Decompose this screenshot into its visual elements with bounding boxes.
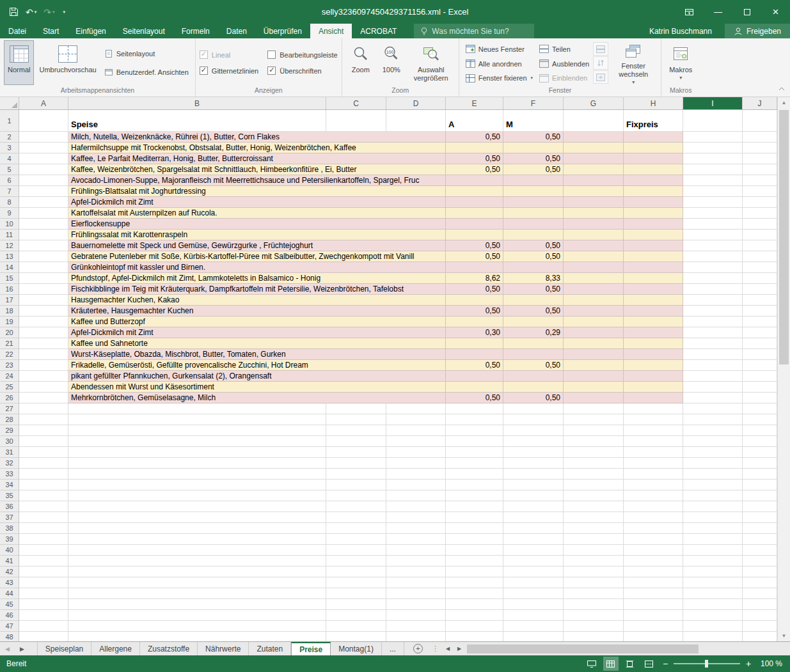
cell[interactable] xyxy=(326,588,386,599)
cell[interactable] xyxy=(683,262,743,273)
cell[interactable] xyxy=(326,567,386,577)
row-header-45[interactable]: 45 xyxy=(0,599,19,610)
cell[interactable] xyxy=(743,599,777,610)
cell[interactable]: 0,50 xyxy=(503,360,564,371)
cell[interactable] xyxy=(624,512,683,523)
cell[interactable] xyxy=(743,208,777,219)
switch-windows-button[interactable]: Fenster wechseln ▾ xyxy=(610,40,657,85)
reset-window-position-button[interactable] xyxy=(593,70,608,84)
cell[interactable] xyxy=(326,469,386,480)
cell[interactable]: 8,62 xyxy=(446,273,503,284)
cell[interactable] xyxy=(743,306,777,316)
headings-checkbox[interactable]: Überschriften xyxy=(267,65,338,77)
cell[interactable]: Kaffee und Butterzopf xyxy=(68,316,446,327)
cell[interactable] xyxy=(624,382,683,393)
cell[interactable] xyxy=(624,262,683,273)
cell[interactable] xyxy=(326,632,386,641)
cell[interactable] xyxy=(446,501,503,512)
sheet-tab-zusatzstoffe[interactable]: Zusatzstoffe xyxy=(140,642,198,655)
cell[interactable] xyxy=(564,382,624,393)
cell[interactable] xyxy=(683,110,743,132)
cell[interactable] xyxy=(503,556,564,567)
cell[interactable] xyxy=(68,480,326,490)
horizontal-scrollbar-track[interactable] xyxy=(466,642,787,656)
cell[interactable] xyxy=(564,512,624,523)
cell[interactable]: Abendessen mit Wurst und Käsesortiment xyxy=(68,382,446,393)
cell[interactable] xyxy=(683,371,743,382)
cell[interactable] xyxy=(624,306,683,316)
menu-tab-seitenlayout[interactable]: Seitenlayout xyxy=(115,24,173,38)
cell[interactable] xyxy=(19,240,68,251)
cell[interactable] xyxy=(503,436,564,447)
cell[interactable] xyxy=(19,338,68,349)
cell[interactable] xyxy=(503,490,564,501)
horizontal-scrollbar[interactable]: ⋮ ◀ ▶ xyxy=(429,642,790,655)
cell[interactable] xyxy=(503,621,564,632)
cell[interactable] xyxy=(683,556,743,567)
cell[interactable] xyxy=(446,403,503,414)
normal-view-button[interactable]: Normal xyxy=(4,40,34,85)
cell[interactable] xyxy=(386,567,446,577)
cell[interactable] xyxy=(446,143,503,153)
cell[interactable] xyxy=(683,251,743,262)
cell[interactable] xyxy=(446,230,503,240)
cell[interactable] xyxy=(743,316,777,327)
undo-dropdown-icon[interactable]: ▾ xyxy=(35,10,37,15)
cell[interactable] xyxy=(19,632,68,641)
cell[interactable] xyxy=(503,262,564,273)
cell[interactable] xyxy=(683,164,743,175)
cell[interactable] xyxy=(743,393,777,403)
cell[interactable] xyxy=(326,512,386,523)
cell[interactable] xyxy=(503,534,564,545)
cell[interactable] xyxy=(503,480,564,490)
page-layout-view-shortcut-button[interactable] xyxy=(622,657,638,671)
new-window-button[interactable]: Neues Fenster xyxy=(463,42,535,56)
cell[interactable]: 0,50 xyxy=(446,251,503,262)
cell[interactable] xyxy=(624,610,683,621)
cell[interactable]: Bauernomelette mit Speck und Gemüse, Gew… xyxy=(68,240,446,251)
cell[interactable] xyxy=(683,545,743,556)
cell[interactable] xyxy=(19,436,68,447)
zoom-button[interactable]: Zoom xyxy=(346,40,375,85)
cell[interactable] xyxy=(386,414,446,425)
cell[interactable] xyxy=(503,186,564,197)
cell[interactable] xyxy=(743,480,777,490)
collapse-ribbon-button[interactable] xyxy=(778,82,785,93)
row-header-33[interactable]: 33 xyxy=(0,469,19,480)
cell[interactable] xyxy=(68,425,326,436)
cell[interactable] xyxy=(683,360,743,371)
cell[interactable] xyxy=(386,523,446,534)
sheet-tab--[interactable]: ... xyxy=(382,642,404,655)
zoom-out-button[interactable]: − xyxy=(661,659,670,669)
row-header-48[interactable]: 48 xyxy=(0,632,19,641)
cell[interactable] xyxy=(503,599,564,610)
cell[interactable] xyxy=(386,534,446,545)
cell[interactable] xyxy=(743,197,777,208)
cell[interactable] xyxy=(624,371,683,382)
cell[interactable] xyxy=(386,403,446,414)
cell[interactable] xyxy=(503,425,564,436)
row-header-18[interactable]: 18 xyxy=(0,306,19,316)
redo-dropdown-icon[interactable]: ▾ xyxy=(52,10,55,15)
cell[interactable]: 0,50 xyxy=(446,360,503,371)
cell[interactable] xyxy=(19,306,68,316)
cell[interactable] xyxy=(503,175,564,186)
cell[interactable] xyxy=(326,556,386,567)
cell[interactable]: 0,29 xyxy=(503,327,564,338)
cell[interactable] xyxy=(503,382,564,393)
zoom-to-selection-button[interactable]: Auswahl vergrößern xyxy=(407,40,455,85)
cell[interactable] xyxy=(446,588,503,599)
cell[interactable] xyxy=(743,262,777,273)
row-header-26[interactable]: 26 xyxy=(0,393,19,403)
cell[interactable] xyxy=(19,490,68,501)
cell[interactable] xyxy=(624,469,683,480)
cell[interactable] xyxy=(386,110,446,132)
cell[interactable] xyxy=(68,436,326,447)
cell[interactable] xyxy=(564,143,624,153)
menu-tab-start[interactable]: Start xyxy=(35,24,67,38)
cell[interactable] xyxy=(743,469,777,480)
cell[interactable] xyxy=(683,143,743,153)
cell[interactable] xyxy=(326,447,386,458)
cell[interactable] xyxy=(683,469,743,480)
hscroll-right-arrow-icon[interactable]: ▶ xyxy=(454,646,464,652)
